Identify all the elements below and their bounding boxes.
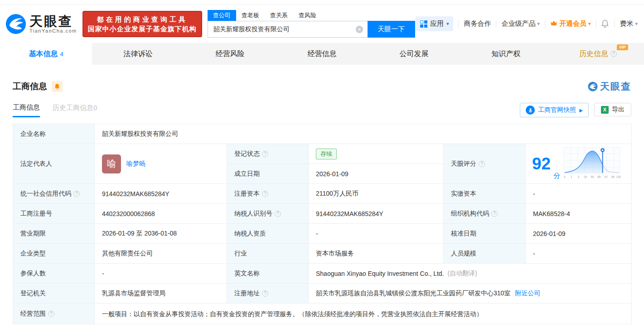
watermark-text: 天眼查 xyxy=(600,80,631,93)
help-icon[interactable]: ? xyxy=(491,211,498,217)
credit-code-value: 91440232MAK685284Y xyxy=(95,184,227,204)
auto-translate-note: (自动翻译) xyxy=(448,269,477,278)
chevron-down-icon: ▾ xyxy=(635,21,638,27)
company-name-value: 韶关新耀股权投资有限公司 xyxy=(95,124,632,144)
insured-count-label: 参保人数 xyxy=(13,264,95,284)
tab-operating-label: 经营信息 xyxy=(308,49,337,59)
industry-value: 资本市场服务 xyxy=(309,244,444,264)
menu-divider xyxy=(596,20,596,28)
business-term-label: 营业期限 xyxy=(13,224,95,244)
svg-text:15: 15 xyxy=(584,175,587,178)
tab-history-info[interactable]: VIP 历史信息 ? xyxy=(552,43,644,65)
score-distribution-chart[interactable]: 0 1 3 15 50 85 97 99 100 xyxy=(563,146,621,181)
nearby-companies-link[interactable]: 附近公司 xyxy=(515,289,540,298)
legal-rep-avatar[interactable]: 喻 xyxy=(102,154,121,173)
menu-enterprise-label: 企业级产品 xyxy=(501,19,535,28)
subtab-business-info[interactable]: 工商信息 xyxy=(13,103,40,117)
help-icon[interactable]: ? xyxy=(262,151,268,157)
tianyancha-logo-icon xyxy=(5,14,26,34)
tab-basic-info-label: 基本信息 xyxy=(29,49,58,59)
menu-user-account[interactable]: 费米 ▾ xyxy=(620,19,638,28)
business-scope-value: 一般项目：以自有资金从事投资活动；自有资金投资的资产管理服务。（除依法须经批准的… xyxy=(95,303,632,324)
tab-risk-label: 经营风险 xyxy=(216,49,245,59)
help-icon[interactable]: ? xyxy=(262,290,268,297)
apps-menu-label: 应用 xyxy=(430,19,444,28)
help-icon[interactable]: ? xyxy=(73,191,80,197)
tab-operating-risk[interactable]: 经营风险 xyxy=(184,43,276,65)
staff-size-label: 人员规模 xyxy=(444,244,526,264)
company-type-value: 其他有限责任公司 xyxy=(95,244,227,264)
tab-ip-label: 知识产权 xyxy=(492,49,521,59)
credit-code-label: 统一社会信用代码? xyxy=(13,184,95,204)
svg-text:0: 0 xyxy=(564,175,566,178)
tab-operating-info[interactable]: 经营信息 xyxy=(276,43,368,65)
search-tab-company[interactable]: 查公司 xyxy=(208,10,236,21)
tab-basic-info[interactable]: 基本信息 4 xyxy=(0,43,92,65)
english-name-value: Shaoguan Xinyao Equity Investment Co., L… xyxy=(309,264,632,284)
business-term-value: 2026-01-09 至 2036-01-08 xyxy=(95,224,227,244)
tab-development-label: 公司发展 xyxy=(400,49,429,59)
menu-business-cooperation[interactable]: 商务合作 xyxy=(464,19,491,28)
tianyancha-logo[interactable]: 天眼查 TianYanCha.com xyxy=(5,14,77,34)
help-icon[interactable]: ? xyxy=(479,161,485,167)
svg-text:99: 99 xyxy=(611,175,615,178)
org-code-value: MAK68528-4 xyxy=(526,204,632,224)
official-snapshot-button[interactable]: 工商官网快照 ▶ xyxy=(520,103,589,117)
subtab-history-business-info[interactable]: 历史工商信息0 xyxy=(53,104,97,116)
help-icon[interactable]: ? xyxy=(48,311,54,317)
logo-domain-text: TianYanCha.com xyxy=(29,28,77,34)
menu-divider xyxy=(614,20,615,28)
menu-open-vip[interactable]: 开通会员 ▾ xyxy=(550,19,591,28)
registration-number-label: 工商注册号 xyxy=(13,204,95,224)
registry-authority-label: 登记机关 xyxy=(13,284,95,303)
user-name-label: 费米 xyxy=(620,19,633,28)
crown-icon xyxy=(550,20,557,28)
status-badge: 存续 xyxy=(316,149,337,159)
search-tab-risk[interactable]: 查风险 xyxy=(293,10,322,21)
help-icon[interactable]: ? xyxy=(275,211,281,217)
industry-label: 行业 xyxy=(227,244,309,264)
paid-capital-value: - xyxy=(526,184,632,204)
search-button[interactable]: 天眼一下 xyxy=(368,21,415,38)
taxpayer-id-label: 纳税人识别号? xyxy=(227,204,309,224)
section-title: 工商信息 xyxy=(13,81,47,92)
registered-capital-label: 注册资本? xyxy=(227,184,309,204)
apps-menu-button[interactable]: 应用 ▾ xyxy=(416,16,454,31)
tab-legal-proceedings[interactable]: 法律诉讼 xyxy=(92,43,184,65)
snapshot-button-label: 工商官网快照 xyxy=(538,106,576,114)
notification-bell-icon[interactable] xyxy=(601,19,609,28)
legal-rep-label: 法定代表人 xyxy=(13,144,95,184)
monitor-bell-button[interactable] xyxy=(52,81,63,92)
excel-icon: X xyxy=(601,106,609,114)
search-tab-boss[interactable]: 查老板 xyxy=(236,10,265,21)
paid-capital-label: 实缴资本 xyxy=(444,184,526,204)
tab-company-development[interactable]: 公司发展 xyxy=(368,43,460,65)
company-nav-tabs: 基本信息 4 法律诉讼 经营风险 经营信息 公司发展 知识产权 VIP 历史信息… xyxy=(0,43,644,65)
site-header: 天眼查 TianYanCha.com 都在用的商业查询工具 国家中小企业发展子基… xyxy=(0,5,644,43)
logo-brand-text: 天眼查 xyxy=(29,14,77,28)
stamp-icon xyxy=(526,106,535,115)
clear-search-icon[interactable]: ✕ xyxy=(356,26,363,33)
insured-count-value: - xyxy=(95,264,227,284)
help-icon[interactable]: ? xyxy=(262,191,268,197)
export-button[interactable]: X 导出 xyxy=(594,103,631,116)
svg-text:100: 100 xyxy=(616,175,621,178)
staff-size-value: - xyxy=(526,244,632,264)
legal-rep-link[interactable]: 喻梦旸 xyxy=(126,160,145,168)
help-icon[interactable]: ? xyxy=(610,51,617,57)
top-menu: 应用 ▾ 商务合作 企业级产品 ▾ 开通会员 ▾ 费米 ▾ xyxy=(416,16,638,31)
business-info-table: 企业名称 韶关新耀股权投资有限公司 法定代表人 喻 喻梦旸 登记状态 ? 存续 … xyxy=(13,124,631,324)
slogan-banner: 都在用的商业查询工具 国家中小企业发展子基金旗下机构 xyxy=(82,11,202,37)
tab-intellectual-property[interactable]: 知识产权 xyxy=(460,43,552,65)
score-unit: 分 xyxy=(553,172,560,180)
section-header: 工商信息 天眼查 xyxy=(0,65,644,93)
score-number: 92 xyxy=(532,155,551,172)
menu-enterprise-products[interactable]: 企业级产品 ▾ xyxy=(501,19,540,28)
svg-text:1: 1 xyxy=(571,175,572,178)
registration-number-value: 440232000062868 xyxy=(95,204,227,224)
svg-text:97: 97 xyxy=(605,175,608,178)
slogan-line2: 国家中小企业发展子基金旗下机构 xyxy=(88,24,197,34)
search-input[interactable] xyxy=(208,21,368,37)
search-tab-relation[interactable]: 查关系 xyxy=(265,10,293,21)
english-name-label: 英文名称 xyxy=(227,264,309,284)
